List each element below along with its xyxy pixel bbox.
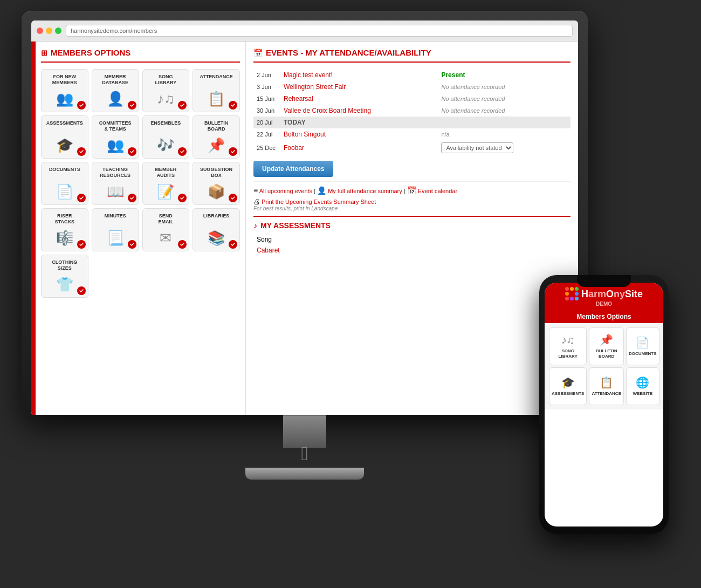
event-date: 2 Jun bbox=[253, 69, 280, 81]
event-date: 25 Dec bbox=[253, 140, 280, 155]
menu-item-label-member-database: MEMBERDATABASE bbox=[102, 74, 128, 86]
menu-item-member-database[interactable]: MEMBERDATABASE 👤 bbox=[92, 69, 139, 112]
phone-menu-item-song-library[interactable]: ♪♫ SONGLIBRARY bbox=[549, 327, 587, 365]
status-no-attendance: No attendance recorded bbox=[441, 84, 505, 90]
menu-item-label-member-audits: MEMBERAUDITS bbox=[155, 167, 176, 179]
event-link[interactable]: Foobar bbox=[284, 144, 304, 152]
menu-item-libraries[interactable]: LIBRARIES 📚 bbox=[193, 208, 240, 251]
menu-item-label-song-library: SONGLIBRARY bbox=[155, 74, 177, 86]
assessments-title: MY ASSESSMENTS bbox=[253, 221, 571, 230]
menu-item-icon-song-library: ♪♫ bbox=[157, 91, 175, 107]
menu-item-for-new-members[interactable]: FOR NEWMEMBERS 👥 bbox=[41, 69, 88, 112]
maximize-button[interactable] bbox=[55, 28, 61, 34]
assessments-song-name[interactable]: Cabaret bbox=[253, 245, 571, 256]
menu-item-icon-documents: 📄 bbox=[56, 183, 73, 200]
menu-item-bulletin-board[interactable]: BULLETINBOARD 📌 bbox=[193, 115, 240, 159]
grid-icon: ⊞ bbox=[41, 49, 47, 57]
phone-menu-label-attendance: ATTENDANCE bbox=[592, 391, 621, 396]
logo-dot-7 bbox=[570, 297, 574, 300]
apple-logo:  bbox=[22, 442, 588, 465]
event-link[interactable]: Bolton Singout bbox=[284, 131, 326, 138]
menu-item-badge-attendance bbox=[229, 101, 237, 110]
menu-item-badge-member-audits bbox=[178, 194, 187, 202]
event-link[interactable]: Magic test event! bbox=[284, 71, 333, 79]
phone-menu-icon-song-library: ♪♫ bbox=[561, 334, 575, 346]
event-link[interactable]: Rehearsal bbox=[284, 95, 313, 102]
event-link[interactable]: Wellington Street Fair bbox=[284, 83, 346, 91]
members-panel: ⊞ MEMBERS OPTIONS FOR NEWMEMBERS 👥 MEMBE… bbox=[36, 42, 246, 415]
menu-item-icon-member-database: 👤 bbox=[107, 91, 124, 107]
printer-icon bbox=[253, 199, 260, 205]
menu-item-badge-documents bbox=[77, 194, 86, 202]
menu-item-badge-teaching-resources bbox=[128, 194, 136, 202]
menu-item-badge-send-email bbox=[178, 240, 187, 249]
close-button[interactable] bbox=[37, 28, 43, 34]
browser-chrome: harmonysitedemo.com/members bbox=[31, 20, 578, 42]
phone-menu-label-assessments: ASSESSMENTS bbox=[552, 391, 584, 396]
users-icon bbox=[317, 188, 326, 194]
menu-item-label-libraries: LIBRARIES bbox=[203, 213, 230, 219]
menu-item-badge-libraries bbox=[229, 240, 237, 249]
event-calendar-link[interactable]: Event calendar bbox=[418, 188, 457, 194]
minimize-button[interactable] bbox=[46, 28, 52, 34]
menu-item-label-ensembles: ENSEMBLES bbox=[150, 120, 181, 126]
phone-menu-item-attendance[interactable]: 📋 ATTENDANCE bbox=[589, 367, 624, 405]
phone-outer: HarmOnySite DEMO Members Options ♪♫ SONG… bbox=[539, 275, 669, 534]
menu-item-riser-stacks[interactable]: RISERSTACKS 🎼 bbox=[41, 208, 88, 251]
events-panel: EVENTS - MY ATTENDANCE/AVAILABILITY 2 Ju… bbox=[246, 42, 578, 415]
url-bar[interactable]: harmonysitedemo.com/members bbox=[66, 25, 573, 37]
members-options-label: MEMBERS OPTIONS bbox=[51, 48, 130, 57]
print-link[interactable]: Print the Upcoming Events Summary Sheet bbox=[262, 199, 376, 205]
phone-menu-icon-attendance: 📋 bbox=[600, 376, 613, 389]
traffic-lights bbox=[37, 28, 61, 34]
phone-menu-item-bulletin-board[interactable]: 📌 BULLETINBOARD bbox=[589, 327, 624, 365]
phone-menu-item-assessments[interactable]: 🎓 ASSESSMENTS bbox=[549, 367, 587, 405]
menu-item-assessments[interactable]: ASSESSMENTS 🎓 bbox=[41, 115, 88, 159]
menu-item-label-for-new-members: FOR NEWMEMBERS bbox=[52, 74, 77, 86]
menu-item-documents[interactable]: DOCUMENTS 📄 bbox=[41, 162, 88, 205]
menu-item-attendance[interactable]: ATTENDANCE 📋 bbox=[193, 69, 240, 112]
event-row: 15 Jun Rehearsal No attendance recorded bbox=[253, 93, 571, 105]
menu-item-icon-suggestion-box: 📦 bbox=[208, 183, 225, 200]
scene: harmonysitedemo.com/members ⊞ MEMBERS OP… bbox=[0, 0, 701, 588]
menu-item-icon-ensembles: 🎶 bbox=[157, 137, 174, 154]
availability-select[interactable]: Availability not statedAvailableNot avai… bbox=[441, 142, 513, 153]
menu-item-badge-suggestion-box bbox=[229, 194, 237, 202]
phone-menu-icon-assessments: 🎓 bbox=[561, 376, 575, 389]
url-text: harmonysitedemo.com/members bbox=[71, 28, 157, 34]
menu-item-song-library[interactable]: SONGLIBRARY ♪♫ bbox=[142, 69, 190, 112]
event-date: 22 Jul bbox=[253, 128, 280, 140]
menu-item-minutes[interactable]: MINUTES 📃 bbox=[92, 208, 139, 251]
menu-item-badge-clothing-sizes bbox=[77, 286, 86, 295]
phone-menu-label-bulletin-board: BULLETINBOARD bbox=[596, 348, 617, 359]
list-icon bbox=[253, 188, 258, 194]
full-attendance-summary-link[interactable]: My full attendance summary bbox=[328, 188, 402, 194]
menu-item-icon-assessments: 🎓 bbox=[56, 137, 73, 154]
event-row: 20 Jul TODAY bbox=[253, 117, 571, 128]
phone-menu-item-documents[interactable]: 📄 DOCUMENTS bbox=[626, 327, 659, 365]
events-title-label: EVENTS - MY ATTENDANCE/AVAILABILITY bbox=[266, 48, 431, 57]
menu-item-suggestion-box[interactable]: SUGGESTIONBOX 📦 bbox=[193, 162, 240, 205]
menu-item-committees-teams[interactable]: COMMITTEES& TEAMS 👥 bbox=[92, 115, 139, 159]
menu-item-teaching-resources[interactable]: TEACHINGRESOURCES 📖 bbox=[92, 162, 139, 205]
menu-item-member-audits[interactable]: MEMBERAUDITS 📝 bbox=[142, 162, 190, 205]
logo-dot-1 bbox=[570, 287, 574, 291]
monitor-bezel: harmonysitedemo.com/members ⊞ MEMBERS OP… bbox=[31, 20, 578, 415]
menu-item-clothing-sizes[interactable]: CLOTHINGSIZES 👕 bbox=[41, 255, 88, 298]
event-link[interactable]: Vallee de Croix Board Meeting bbox=[284, 107, 371, 114]
menu-item-badge-assessments bbox=[77, 147, 86, 156]
menu-item-icon-member-audits: 📝 bbox=[157, 183, 174, 200]
menu-item-ensembles[interactable]: ENSEMBLES 🎶 bbox=[142, 115, 190, 159]
screen-content: ⊞ MEMBERS OPTIONS FOR NEWMEMBERS 👥 MEMBE… bbox=[31, 42, 578, 415]
phone: HarmOnySite DEMO Members Options ♪♫ SONG… bbox=[539, 275, 669, 534]
monitor: harmonysitedemo.com/members ⊞ MEMBERS OP… bbox=[22, 11, 588, 496]
event-row: 22 Jul Bolton Singout n/a bbox=[253, 128, 571, 140]
phone-menu-item-website[interactable]: 🌐 WEBSITE bbox=[626, 367, 659, 405]
menu-item-send-email[interactable]: SENDEMAIL ✉ bbox=[142, 208, 190, 251]
update-attendances-button[interactable]: Update Attendances bbox=[253, 161, 333, 177]
status-no-attendance: No attendance recorded bbox=[441, 107, 505, 114]
status-na: n/a bbox=[441, 131, 449, 138]
menu-item-label-assessments: ASSESSMENTS bbox=[46, 120, 83, 126]
all-upcoming-events-link[interactable]: All upcoming events bbox=[259, 188, 312, 194]
menu-item-badge-bulletin-board bbox=[229, 147, 237, 156]
